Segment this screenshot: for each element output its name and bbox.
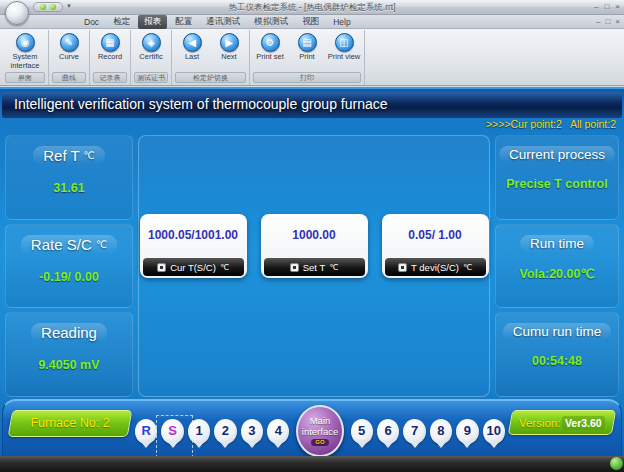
checkbox-icon[interactable]: [398, 263, 407, 272]
system-interface-icon: ◉: [16, 33, 35, 52]
version-value: Ver3.60: [562, 416, 605, 430]
all-point-label: All point:2: [570, 118, 616, 130]
menu-item-verify[interactable]: 检定: [107, 15, 136, 29]
ref-t-section: Ref T ℃ 31.61: [5, 135, 133, 220]
checkbox-icon[interactable]: [157, 263, 166, 272]
channel-button-9[interactable]: 9: [456, 419, 478, 444]
t-devi-unit: ℃: [463, 263, 472, 272]
checkbox-icon[interactable]: [290, 263, 299, 272]
mdi-restore-button[interactable]: □: [605, 17, 610, 26]
status-strip: [0, 456, 624, 472]
toolbar-group-curve: ✎ Curve 曲线: [49, 30, 90, 85]
print-view-button[interactable]: ◫ Print view: [326, 31, 362, 62]
left-panel: Ref T ℃ 31.61 Rate S/C ℃ -0.19/ 0.00 Rea…: [5, 135, 133, 397]
last-icon: ◀: [183, 33, 202, 52]
menu-item-help[interactable]: Help: [327, 16, 356, 28]
bottom-bar: Furnace No: 2 R S 1 2 3 4 Main interface…: [2, 399, 622, 456]
mdi-minimize-button[interactable]: –: [596, 17, 600, 26]
channel-button-3[interactable]: 3: [241, 419, 263, 444]
channel-button-4[interactable]: 4: [267, 419, 289, 444]
main-interface-line2: interface: [302, 427, 338, 438]
menu-item-comm-test[interactable]: 通讯测试: [200, 15, 246, 29]
channel-button-1[interactable]: 1: [188, 419, 210, 444]
t-devi-band: T devi(S/C) ℃: [385, 258, 486, 276]
curve-button[interactable]: ✎ Curve: [51, 31, 87, 62]
set-t-label: Set T: [303, 262, 326, 273]
toolbar-group-interface: ◉ System interface 界面: [2, 30, 49, 85]
set-t-unit: ℃: [329, 263, 338, 272]
next-icon: ▶: [220, 33, 239, 52]
version-badge: Version: Ver3.60: [508, 410, 616, 435]
furnace-number-badge: Furnace No: 2: [8, 410, 133, 437]
curve-icon: ✎: [60, 33, 79, 52]
menu-item-config[interactable]: 配置: [169, 15, 198, 29]
cur-t-unit: ℃: [220, 263, 229, 272]
toolbar-group-label: 界面: [5, 72, 45, 83]
channel-button-s[interactable]: S: [161, 419, 183, 444]
current-process-label: Current process: [509, 147, 605, 162]
menu-item-doc[interactable]: Doc: [78, 16, 105, 28]
cur-point-label: >>>>Cur point:2: [486, 118, 562, 130]
channel-button-6[interactable]: 6: [377, 419, 399, 444]
cur-t-card: 1000.05/1001.00 Cur T(S/C) ℃: [140, 214, 247, 278]
set-t-value: 1000.00: [261, 214, 368, 256]
print-button[interactable]: ▤ Print: [289, 31, 325, 62]
certificate-icon: ◈: [142, 33, 161, 52]
minimize-button[interactable]: –: [594, 2, 598, 12]
menu-item-report[interactable]: 报表: [138, 15, 167, 29]
rate-unit: ℃: [96, 239, 107, 250]
set-t-band: Set T ℃: [264, 258, 365, 276]
menu-bar: Doc 检定 报表 配置 通讯测试 模拟测试 视图 Help – □ ×: [0, 15, 624, 29]
channel-button-r[interactable]: R: [135, 419, 157, 444]
close-button[interactable]: ×: [615, 2, 620, 12]
cur-t-value: 1000.05/1001.00: [140, 214, 247, 256]
record-button[interactable]: ▦ Record: [92, 31, 128, 62]
toolbar-group-label: 曲线: [52, 72, 86, 83]
channel-nav: R S 1 2 3 4 Main interface GO 5 6 7 8 9 …: [135, 406, 505, 456]
channel-button-5[interactable]: 5: [351, 419, 373, 444]
cumu-run-time-value: 00:54:48: [532, 354, 582, 368]
last-button[interactable]: ◀ Last: [174, 31, 210, 62]
rate-section: Rate S/C ℃ -0.19/ 0.00: [5, 224, 133, 309]
current-process-value: Precise T control: [506, 177, 607, 191]
run-time-value: Vola:20.00℃: [520, 266, 595, 281]
right-panel: Current process Precise T control Run ti…: [495, 135, 619, 397]
restore-button[interactable]: □: [604, 2, 609, 12]
next-button[interactable]: ▶ Next: [211, 31, 247, 62]
app-orb-button[interactable]: [5, 1, 29, 25]
mdi-close-button[interactable]: ×: [615, 17, 620, 26]
certificate-button[interactable]: ◈ Certific: [133, 31, 169, 62]
furnace-number-label: Furnace No: 2: [11, 411, 129, 436]
cumu-run-time-label: Cumu run time: [513, 324, 602, 339]
rate-value: -0.19/ 0.00: [39, 270, 99, 284]
t-devi-card: 0.05/ 1.00 T devi(S/C) ℃: [382, 214, 489, 278]
cumu-run-time-section: Cumu run time 00:54:48: [495, 312, 619, 397]
toolbar-group-label: 打印: [253, 72, 361, 83]
channel-button-10[interactable]: 10: [483, 419, 505, 444]
window-title: 热工仪表检定系统 - [热电偶群炉检定系统.rrt]: [0, 2, 624, 14]
banner-title: Intelligent verification system of therm…: [14, 96, 388, 112]
points-status: >>>>Cur point:2All point:2: [0, 118, 624, 133]
system-banner: Intelligent verification system of therm…: [2, 92, 622, 118]
main-panel: Intelligent verification system of therm…: [0, 87, 624, 472]
channel-button-2[interactable]: 2: [214, 419, 236, 444]
system-interface-button[interactable]: ◉ System interface: [4, 31, 46, 70]
ref-t-label: Ref T: [43, 147, 79, 164]
cur-t-band: Cur T(S/C) ℃: [143, 258, 244, 276]
menu-item-sim-test[interactable]: 模拟测试: [248, 15, 294, 29]
main-interface-button[interactable]: Main interface GO: [296, 405, 343, 457]
current-process-section: Current process Precise T control: [495, 135, 619, 220]
center-panel: 1000.05/1001.00 Cur T(S/C) ℃ 1000.00 Set…: [138, 135, 490, 397]
channel-button-8[interactable]: 8: [430, 419, 452, 444]
channel-button-7[interactable]: 7: [403, 419, 425, 444]
reading-section: Reading 9.4050 mV: [5, 312, 133, 397]
menu-item-view[interactable]: 视图: [296, 15, 325, 29]
print-view-icon: ◫: [335, 33, 354, 52]
toolbar-group-label: 测试证书: [134, 72, 168, 83]
run-time-section: Run time Vola:20.00℃: [495, 224, 619, 309]
ref-t-value: 31.61: [53, 181, 84, 195]
print-set-button[interactable]: ⚙ Print set: [252, 31, 288, 62]
toolbar-group-print: ⚙ Print set ▤ Print ◫ Print view 打印: [250, 30, 365, 85]
tray-status-icon: [610, 457, 623, 470]
t-devi-label: T devi(S/C): [411, 262, 459, 273]
